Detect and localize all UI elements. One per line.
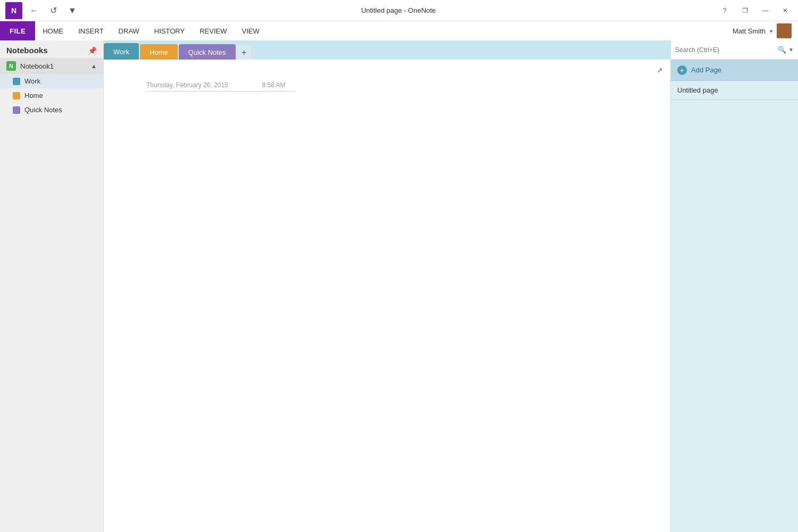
section-color-work (13, 78, 20, 85)
add-tab-button[interactable]: + (237, 45, 252, 60)
pin-icon[interactable]: 📌 (88, 46, 97, 55)
undo-button[interactable]: ↺ (46, 3, 61, 18)
notebook-item[interactable]: N Notebook1 ▲ (0, 58, 103, 74)
search-dropdown-icon[interactable]: ▼ (788, 47, 794, 53)
sidebar-item-home[interactable]: Home (0, 88, 103, 103)
avatar-image (777, 23, 792, 38)
page-item[interactable]: Untitled page (671, 81, 798, 100)
window-title: Untitled page - OneNote (80, 6, 717, 14)
page-date: Thursday, February 26, 2015 (146, 81, 228, 89)
notebook-icon-letter: N (9, 63, 13, 69)
title-bar-left: N ← ↺ ▼ (5, 2, 80, 19)
sidebar-item-work[interactable]: Work (0, 74, 103, 88)
notebooks-title: Notebooks (6, 46, 48, 55)
file-menu[interactable]: FILE (0, 21, 35, 40)
user-area: Matt Smith ▾ (733, 23, 798, 38)
content-area: Work Home Quick Notes + ↗ Thursday, Febr… (104, 40, 670, 532)
user-name: Matt Smith (733, 27, 766, 35)
search-input-wrap (675, 46, 776, 54)
date-divider (146, 91, 295, 92)
search-bar: 🔍 ▼ (671, 40, 798, 60)
plus-icon: + (677, 65, 687, 75)
home-menu[interactable]: HOME (35, 21, 71, 40)
section-color-quicknotes (13, 106, 20, 114)
page-item-title: Untitled page (677, 86, 718, 94)
onenote-logo: N (5, 2, 22, 19)
section-label-quicknotes: Quick Notes (24, 106, 62, 114)
close-button[interactable]: ✕ (778, 3, 793, 18)
user-dropdown-arrow[interactable]: ▾ (770, 28, 772, 34)
help-button[interactable]: ? (717, 3, 732, 18)
add-page-label: Add Page (691, 66, 721, 74)
user-avatar[interactable] (777, 23, 792, 38)
notebook-icon: N (6, 61, 16, 71)
view-menu[interactable]: VIEW (234, 21, 267, 40)
menu-bar: FILE HOME INSERT DRAW HISTORY REVIEW VIE… (0, 21, 798, 40)
add-page-button[interactable]: + Add Page (671, 60, 798, 81)
sidebar: Notebooks 📌 N Notebook1 ▲ Work Home Quic… (0, 40, 104, 532)
restore-button[interactable]: ❐ (737, 3, 752, 18)
search-icon[interactable]: 🔍 (778, 46, 786, 54)
expand-button[interactable]: ↗ (653, 64, 666, 77)
title-bar: N ← ↺ ▼ Untitled page - OneNote ? ❐ — ✕ (0, 0, 798, 21)
tab-quicknotes[interactable]: Quick Notes (179, 44, 236, 60)
tabs-bar: Work Home Quick Notes + (104, 40, 670, 60)
notebooks-header: Notebooks 📌 (0, 40, 103, 58)
section-label-work: Work (24, 77, 40, 85)
title-bar-right: ? ❐ — ✕ (717, 3, 793, 18)
section-color-home (13, 92, 20, 99)
tab-home[interactable]: Home (140, 44, 178, 60)
notebook-left: N Notebook1 (6, 61, 54, 71)
tab-work[interactable]: Work (104, 43, 139, 60)
minimize-button[interactable]: — (758, 3, 772, 18)
main-layout: Notebooks 📌 N Notebook1 ▲ Work Home Quic… (0, 40, 798, 532)
insert-menu[interactable]: INSERT (71, 21, 111, 40)
back-button[interactable]: ← (27, 3, 41, 18)
page-date-area: Thursday, February 26, 2015 8:58 AM (104, 60, 670, 92)
page-time: 8:58 AM (262, 81, 286, 89)
draw-menu[interactable]: DRAW (111, 21, 147, 40)
history-menu[interactable]: HISTORY (147, 21, 192, 40)
notebook-label: Notebook1 (20, 62, 54, 70)
section-label-home: Home (24, 92, 43, 99)
customize-button[interactable]: ▼ (65, 3, 80, 18)
page-datetime: Thursday, February 26, 2015 8:58 AM (146, 81, 628, 89)
page-list: Untitled page (671, 81, 798, 532)
review-menu[interactable]: REVIEW (192, 21, 234, 40)
page-content[interactable]: ↗ Thursday, February 26, 2015 8:58 AM (104, 60, 670, 532)
sidebar-item-quicknotes[interactable]: Quick Notes (0, 103, 103, 117)
right-panel: 🔍 ▼ + Add Page Untitled page (670, 40, 798, 532)
search-input[interactable] (675, 46, 776, 54)
chevron-up-icon: ▲ (91, 63, 97, 69)
